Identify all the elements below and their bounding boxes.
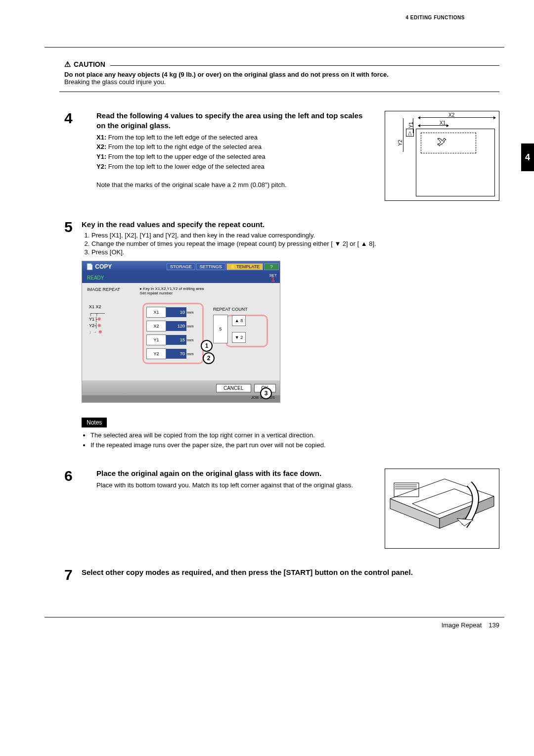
caution-bold: Do not place any heavy objects (4 kg (9 … bbox=[64, 71, 499, 78]
x2-value: 120 bbox=[166, 321, 186, 331]
callout-2: 2 bbox=[203, 352, 215, 364]
repeat-value: 5 bbox=[213, 315, 228, 343]
hint1: ▸ Key in X1,X2,Y1,Y2 of editing area bbox=[140, 286, 204, 291]
repeat-count: REPEAT COUNT 5 ▲ 8 ▼ 2 bbox=[213, 307, 248, 345]
small-diagram: X1 X2 ┌─┬── Y1├❋ Y2┤❋ ↓ → ❋ bbox=[89, 304, 105, 335]
step-4-title: Read the following 4 values to specify t… bbox=[96, 111, 370, 131]
warning-icon: ⚠ bbox=[64, 60, 71, 69]
step-7: 7 Select other copy modes as required, a… bbox=[64, 567, 499, 582]
screen-copy: 📄 COPY bbox=[82, 263, 116, 270]
y1-value: 15 bbox=[166, 335, 186, 345]
notes-list: The selected area will be copied from th… bbox=[82, 430, 499, 450]
footer: Image Repeat 139 bbox=[64, 621, 499, 629]
cancel-button[interactable]: CANCEL bbox=[216, 384, 251, 392]
step-4-items: X1: From the top left to the left edge o… bbox=[96, 133, 370, 172]
caution-end-rule bbox=[59, 92, 499, 92]
storage-button[interactable]: STORAGE bbox=[167, 263, 195, 270]
hint2: Set repeat number bbox=[140, 291, 173, 295]
caution-line bbox=[110, 65, 499, 66]
step-4-note: Note that the marks of the original scal… bbox=[96, 181, 370, 190]
repeat-up-button[interactable]: ▲ 8 bbox=[232, 315, 246, 326]
caution-text: Breaking the glass could injure you. bbox=[64, 78, 499, 86]
help-button[interactable]: ? bbox=[264, 263, 279, 270]
step-6-num: 6 bbox=[64, 469, 82, 549]
x2-button[interactable]: X2 bbox=[146, 321, 166, 331]
step-4-diagram: X2 X1 Y1 Y2 △ 🕊 bbox=[385, 111, 499, 201]
template-button[interactable]: ⭐ TEMPLATE bbox=[226, 263, 263, 270]
y2-label: Y2 bbox=[398, 140, 403, 145]
y2-button[interactable]: Y2 bbox=[146, 348, 166, 359]
step-5-list: Press [X1], [X2], [Y1] and [Y2], and the… bbox=[82, 232, 499, 256]
repeat-down-button[interactable]: ▼ 2 bbox=[232, 332, 246, 343]
job-status[interactable]: JOB STATUS bbox=[82, 395, 280, 402]
footer-rule bbox=[44, 617, 504, 617]
step-7-title: Select other copy modes as required, and… bbox=[82, 567, 499, 577]
settings-button[interactable]: SETTINGS bbox=[196, 263, 225, 270]
step-6-text: Place with its bottom toward you. Match … bbox=[96, 481, 370, 490]
x1-value: 10 bbox=[166, 307, 186, 317]
step-7-num: 7 bbox=[64, 567, 82, 582]
step-5-num: 5 bbox=[64, 220, 82, 450]
step-6: 6 Place the original again on the origin… bbox=[64, 469, 499, 549]
header-section: 4 EDITING FUNCTIONS bbox=[405, 15, 465, 20]
step-5-screenshot: 📄 COPY STORAGE SETTINGS ⭐ TEMPLATE ? REA… bbox=[82, 261, 280, 403]
step-5: 5 Key in the read values and specify the… bbox=[64, 220, 499, 450]
footer-title: Image Repeat bbox=[442, 621, 482, 629]
inputs: X110mm X2120mm Y115mm Y270mm bbox=[146, 307, 194, 362]
step-5-title: Key in the read values and specify the r… bbox=[82, 220, 499, 230]
notes-label: Notes bbox=[82, 418, 107, 427]
x1-button[interactable]: X1 bbox=[146, 307, 166, 318]
ready-label: READY bbox=[87, 275, 104, 281]
y1-button[interactable]: Y1 bbox=[146, 334, 166, 345]
step-6-diagram bbox=[385, 469, 499, 549]
caution-title: ⚠ CAUTION bbox=[64, 60, 105, 69]
set-count: 1 bbox=[271, 275, 275, 283]
caution-title-text: CAUTION bbox=[74, 60, 105, 68]
page-number: 139 bbox=[489, 621, 499, 629]
callout-1: 1 bbox=[201, 340, 213, 352]
mode-label: IMAGE REPEAT bbox=[87, 287, 120, 296]
step-6-title: Place the original again on the original… bbox=[96, 469, 370, 478]
y2-value: 70 bbox=[166, 349, 186, 359]
caution-block: ⚠ CAUTION Do not place any heavy objects… bbox=[64, 60, 499, 92]
step-4-num: 4 bbox=[64, 111, 82, 201]
bird-icon: 🕊 bbox=[437, 136, 447, 147]
top-rule bbox=[44, 47, 504, 47]
chapter-tab: 4 bbox=[521, 143, 534, 171]
step-4: 4 Read the following 4 values to specify… bbox=[64, 111, 499, 201]
